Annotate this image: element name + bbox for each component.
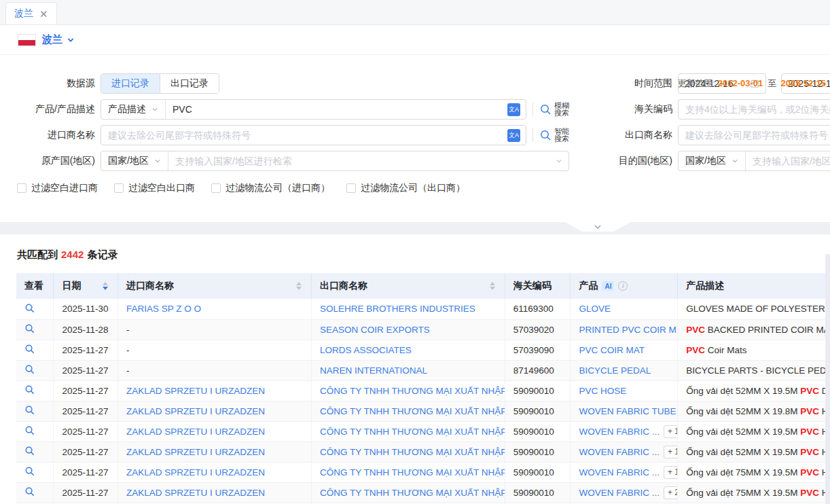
- cell-hs-code: 59090010: [505, 421, 571, 442]
- product-link[interactable]: WOVEN FABRIC TUBE: [579, 406, 676, 416]
- product-link[interactable]: PVC HOSE: [579, 386, 626, 396]
- info-icon[interactable]: i: [618, 281, 628, 291]
- exporter-link[interactable]: CÔNG TY TNHH THƯƠNG MẠI XUẤT NHẬP...: [320, 447, 505, 457]
- checkbox[interactable]: [346, 183, 356, 193]
- cell-exporter: LORDS ASSOCIATES: [311, 340, 505, 360]
- exporter-link[interactable]: NAREN INTERNATIONAL: [320, 365, 427, 376]
- destination-country-select[interactable]: 国家/地区: [679, 151, 746, 170]
- magnifier-icon: [24, 466, 35, 476]
- exporter-link[interactable]: CÔNG TY TNHH THƯƠNG MẠI XUẤT NHẬP...: [320, 386, 505, 396]
- origin-country-input[interactable]: [168, 151, 556, 170]
- importer-link[interactable]: ZAKLAD SPRZETU I URZADZEN: [126, 427, 265, 437]
- translate-icon[interactable]: 文A: [507, 103, 520, 116]
- product-link[interactable]: PRINTED PVC COIR M...: [579, 325, 677, 335]
- exporter-link[interactable]: CÔNG TY TNHH THƯƠNG MẠI XUẤT NHẬP...: [320, 467, 505, 478]
- cell-product: WOVEN FABRIC ...+ 1: [571, 462, 678, 482]
- view-record-button[interactable]: [24, 466, 35, 476]
- keyword-highlight: PVC: [800, 386, 819, 396]
- view-record-button[interactable]: [24, 323, 35, 334]
- product-link[interactable]: BICYCLE PEDAL: [579, 365, 651, 376]
- sort-exporter-button[interactable]: [490, 282, 497, 290]
- importer-link[interactable]: ZAKLAD SPRZETU I URZADZEN: [126, 386, 265, 396]
- tab-poland[interactable]: 波兰 ✕: [5, 2, 57, 24]
- tab-export-records[interactable]: 出口记录: [160, 74, 219, 93]
- view-record-button[interactable]: [24, 425, 35, 435]
- cell-date: 2025-11-28: [54, 319, 118, 340]
- description-text: GLOVES MADE OF POLYESTER: [686, 304, 827, 314]
- smart-search-button[interactable]: 智能搜索: [539, 128, 569, 143]
- cell-importer: -: [118, 360, 312, 380]
- magnifier-icon: [24, 344, 35, 354]
- sort-date-button[interactable]: [103, 282, 109, 290]
- exporter-link[interactable]: CÔNG TY TNHH THƯƠNG MẠI XUẤT NHẬP...: [320, 406, 505, 416]
- exporter-link[interactable]: SOLEHRE BROTHERS INDUSTRIES: [320, 304, 475, 314]
- close-icon[interactable]: ✕: [39, 9, 48, 19]
- sort-importer-button[interactable]: [296, 282, 303, 290]
- product-input-group: 产品描述 文A: [101, 99, 526, 120]
- cell-view: [16, 421, 54, 442]
- translate-icon[interactable]: 文A: [507, 129, 520, 142]
- importer-link[interactable]: ZAKLAD SPRZETU I URZADZEN: [126, 406, 265, 416]
- product-link[interactable]: GLOVE: [579, 304, 611, 314]
- filter-logistics-exporter[interactable]: 过滤物流公司（出口商）: [346, 182, 465, 194]
- checkbox[interactable]: [114, 183, 124, 193]
- filter-blank-importer[interactable]: 过滤空白进口商: [17, 182, 98, 194]
- country-name[interactable]: 波兰: [42, 33, 62, 46]
- col-importer: 进口商名称: [118, 273, 312, 299]
- update-range-from: 2012-03-01: [718, 78, 763, 88]
- origin-country-select[interactable]: 国家/地区: [101, 151, 168, 170]
- vertical-scrollbar[interactable]: [825, 254, 830, 504]
- importer-link[interactable]: ZAKLAD SPRZETU I URZADZEN: [126, 488, 265, 498]
- cell-importer: ZAKLAD SPRZETU I URZADZEN: [118, 462, 312, 482]
- view-record-button[interactable]: [24, 384, 35, 395]
- keyword-highlight: PVC: [800, 447, 819, 457]
- filter-blank-exporter[interactable]: 过滤空白出口商: [114, 182, 195, 194]
- exporter-link[interactable]: SEASON COIR EXPORTS: [320, 325, 430, 335]
- view-record-button[interactable]: [24, 486, 35, 497]
- cell-hs-code: 59090010: [505, 401, 571, 421]
- view-record-button[interactable]: [24, 405, 35, 415]
- view-record-button[interactable]: [24, 446, 35, 456]
- form-collapse-band: [0, 222, 830, 234]
- importer-link[interactable]: FARIAS SP Z O O: [126, 304, 201, 314]
- keyword-highlight: PVC: [800, 488, 819, 498]
- product-link[interactable]: WOVEN FABRIC ...: [579, 447, 660, 457]
- exporter-link[interactable]: CÔNG TY TNHH THƯƠNG MẠI XUẤT NHẬP...: [320, 488, 505, 498]
- cell-exporter: CÔNG TY TNHH THƯƠNG MẠI XUẤT NHẬP...: [311, 442, 505, 462]
- view-record-button[interactable]: [24, 344, 35, 354]
- description-text: Ống vải dệt 52MM X 19.5M: [686, 447, 800, 457]
- product-link[interactable]: WOVEN FABRIC ...: [579, 488, 660, 498]
- product-link[interactable]: PVC COIR MAT: [579, 345, 645, 355]
- product-type-select[interactable]: 产品描述: [101, 100, 166, 119]
- more-products-badge[interactable]: + 1: [664, 466, 678, 479]
- country-header: 波兰: [0, 25, 830, 55]
- ai-badge: AI: [602, 281, 614, 291]
- description-text: Ống vải dệt 52MM X 19.8M: [686, 406, 800, 416]
- exporter-input[interactable]: [679, 126, 830, 145]
- fuzzy-search-button[interactable]: 模糊搜索: [539, 102, 569, 118]
- cell-hs-code: 59090010: [505, 380, 571, 401]
- importer-link[interactable]: ZAKLAD SPRZETU I URZADZEN: [126, 447, 265, 457]
- more-products-badge[interactable]: + 1: [664, 446, 678, 458]
- checkbox[interactable]: [211, 183, 221, 193]
- hs-code-input[interactable]: [679, 100, 830, 119]
- more-products-badge[interactable]: + 1: [664, 425, 678, 438]
- exporter-link[interactable]: CÔNG TY TNHH THƯƠNG MẠI XUẤT NHẬP...: [320, 427, 505, 437]
- product-link[interactable]: WOVEN FABRIC ...: [579, 467, 660, 478]
- product-link[interactable]: WOVEN FABRIC ...: [579, 427, 660, 437]
- cell-importer: ZAKLAD SPRZETU I URZADZEN: [118, 482, 312, 503]
- chevron-down-icon[interactable]: [67, 36, 75, 44]
- filter-logistics-importer[interactable]: 过滤物流公司（进口商）: [211, 182, 330, 194]
- importer-input[interactable]: [101, 126, 502, 145]
- tab-import-records[interactable]: 进口记录: [101, 74, 160, 93]
- importer-link[interactable]: ZAKLAD SPRZETU I URZADZEN: [126, 467, 265, 478]
- checkbox[interactable]: [17, 183, 26, 193]
- product-search-input[interactable]: [166, 100, 502, 119]
- collapse-form-button[interactable]: [565, 222, 630, 232]
- destination-country-input[interactable]: [746, 151, 830, 170]
- exporter-link[interactable]: LORDS ASSOCIATES: [320, 345, 412, 355]
- view-record-button[interactable]: [24, 303, 35, 313]
- more-products-badge[interactable]: + 2: [664, 486, 678, 499]
- cell-importer: -: [118, 319, 312, 340]
- view-record-button[interactable]: [24, 364, 35, 374]
